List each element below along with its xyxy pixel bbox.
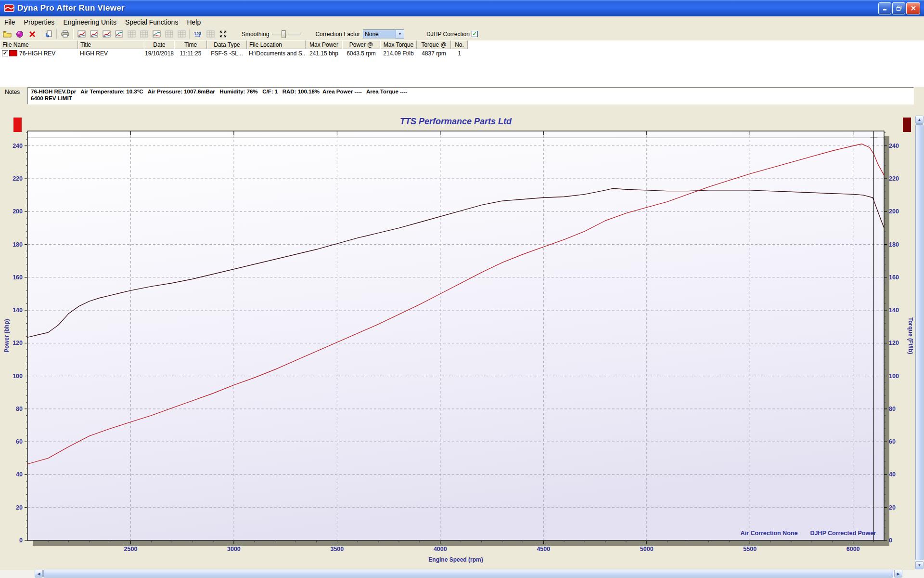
svg-text:160: 160 bbox=[13, 274, 23, 281]
svg-text:123: 123 bbox=[194, 31, 201, 36]
data-grid-1-button bbox=[126, 28, 137, 39]
grid-icon bbox=[178, 30, 186, 38]
toolbar-separator bbox=[73, 29, 74, 39]
djhp-correction-label: DJHP Correction bbox=[426, 31, 470, 38]
svg-text:120: 120 bbox=[13, 340, 23, 346]
table-cell-no[interactable]: 1 bbox=[451, 49, 468, 57]
horizontal-scrollbar[interactable]: ◀ ▶ bbox=[0, 570, 924, 578]
column-header-file_name[interactable]: File Name bbox=[0, 40, 78, 49]
print-button[interactable] bbox=[59, 28, 71, 39]
air-correction-annotation: Air Correction None bbox=[741, 530, 798, 537]
cell-no: 1 bbox=[458, 50, 461, 57]
table-row[interactable]: ✓76-HIGH REVHIGH REV19/10/201811:11:25FS… bbox=[0, 49, 468, 57]
notes-box[interactable]: 76-HIGH REV.Dpr Air Temperature: 10.3°C … bbox=[27, 87, 914, 105]
svg-text:2500: 2500 bbox=[124, 546, 138, 552]
numeric-display-button[interactable]: 123 bbox=[192, 28, 204, 39]
vertical-scrollbar[interactable]: ▲ ▼ bbox=[915, 116, 924, 570]
close-button[interactable] bbox=[906, 2, 920, 14]
menu-item-file[interactable]: File bbox=[0, 17, 20, 27]
table-cell-date[interactable]: 19/10/2018 bbox=[144, 49, 174, 57]
smoothing-slider[interactable] bbox=[272, 30, 302, 39]
scroll-right-button[interactable]: ▶ bbox=[894, 570, 902, 578]
grid-icon bbox=[206, 30, 215, 38]
svg-text:180: 180 bbox=[889, 241, 899, 248]
chart-blue-icon bbox=[153, 30, 161, 38]
delete-button[interactable] bbox=[26, 28, 38, 39]
graph-view-button[interactable] bbox=[113, 28, 125, 39]
menu-item-engineering-units[interactable]: Engineering Units bbox=[59, 17, 121, 27]
run-color-swatch bbox=[9, 50, 17, 56]
table-cell-power_at[interactable]: 6043.5 rpm bbox=[342, 49, 380, 57]
chart-red-icon bbox=[103, 30, 111, 38]
minimize-button[interactable] bbox=[878, 2, 891, 14]
svg-text:60: 60 bbox=[16, 438, 23, 445]
menu-item-help[interactable]: Help bbox=[182, 17, 205, 27]
table-cell-max_power[interactable]: 241.15 bhp bbox=[306, 49, 342, 57]
title-bar[interactable]: Dyna Pro After Run Viewer bbox=[0, 0, 924, 16]
column-header-torque_at[interactable]: Torque @ bbox=[417, 40, 451, 49]
cell-max_torque: 214.09 Ft/lb bbox=[383, 50, 413, 57]
notes-label: Notes bbox=[5, 89, 20, 95]
graph-power-button[interactable] bbox=[76, 28, 87, 39]
vertical-scroll-thumb[interactable] bbox=[915, 124, 924, 560]
table-cell-torque_at[interactable]: 4837 rpm bbox=[417, 49, 451, 57]
svg-text:6000: 6000 bbox=[847, 546, 860, 552]
column-header-power_at[interactable]: Power @ bbox=[342, 40, 380, 49]
scroll-up-button[interactable]: ▲ bbox=[915, 116, 924, 124]
smoothing-slider-thumb[interactable] bbox=[282, 30, 286, 38]
cell-date: 19/10/2018 bbox=[145, 50, 174, 57]
svg-text:220: 220 bbox=[889, 175, 899, 182]
graph-power-torque-button[interactable] bbox=[101, 28, 112, 39]
correction-factor-value: None bbox=[363, 30, 396, 38]
table-cell-file_location[interactable]: H:\Documents and S... bbox=[247, 49, 306, 57]
grid-icon bbox=[165, 30, 173, 38]
table-cell-file_name[interactable]: ✓76-HIGH REV bbox=[0, 49, 78, 57]
dyno-chart[interactable]: 0020204040606080801001001201201401401601… bbox=[0, 116, 915, 570]
column-header-date[interactable]: Date bbox=[144, 40, 174, 49]
chart-red-icon bbox=[90, 30, 98, 38]
table-cell-title[interactable]: HIGH REV bbox=[78, 49, 144, 57]
graph-overlay-button[interactable] bbox=[151, 28, 162, 39]
correction-factor-select[interactable]: None ▼ bbox=[363, 29, 404, 39]
svg-text:120: 120 bbox=[889, 340, 899, 346]
toolbar-separator bbox=[56, 29, 57, 39]
chart-annotations: Air Correction NoneDJHP Corrected Power bbox=[741, 530, 876, 537]
menu-item-special-functions[interactable]: Special Functions bbox=[121, 17, 183, 27]
scroll-left-button[interactable]: ◀ bbox=[35, 570, 43, 578]
table-cell-time[interactable]: 11:11:25 bbox=[174, 49, 207, 57]
toolbar-separator bbox=[189, 29, 190, 39]
svg-text:40: 40 bbox=[889, 471, 896, 478]
svg-text:3500: 3500 bbox=[330, 546, 344, 552]
column-header-time[interactable]: Time bbox=[174, 40, 207, 49]
table-cell-max_torque[interactable]: 214.09 Ft/lb bbox=[380, 49, 417, 57]
table-cell-data_type[interactable]: FSF-S -SL... bbox=[207, 49, 247, 57]
run-visible-checkbox[interactable]: ✓ bbox=[2, 50, 8, 56]
djhp-power-annotation: DJHP Corrected Power bbox=[810, 530, 876, 537]
table-header: File NameTitleDateTimeData TypeFile Loca… bbox=[0, 40, 468, 49]
chevron-down-icon[interactable]: ▼ bbox=[396, 30, 404, 39]
column-header-data_type[interactable]: Data Type bbox=[207, 40, 247, 49]
printer-icon bbox=[61, 30, 69, 38]
graph-torque-button[interactable] bbox=[88, 28, 100, 39]
restore-button[interactable] bbox=[892, 2, 905, 14]
column-header-max_power[interactable]: Max Power bbox=[306, 40, 342, 49]
open-file-button[interactable] bbox=[1, 28, 13, 39]
djhp-correction-checkbox[interactable]: ✓ bbox=[472, 31, 478, 37]
horizontal-scroll-thumb[interactable] bbox=[43, 570, 893, 578]
menu-item-properties[interactable]: Properties bbox=[20, 17, 59, 27]
data-grid-2-button bbox=[138, 28, 150, 39]
cell-data_type: FSF-S -SL... bbox=[211, 50, 243, 57]
chart-red-icon bbox=[77, 30, 86, 38]
column-header-no[interactable]: No. bbox=[451, 40, 468, 49]
column-header-file_location[interactable]: File Location bbox=[247, 40, 306, 49]
zoom-extents-button[interactable] bbox=[217, 28, 229, 39]
correction-factor-label: Correction Factor bbox=[315, 31, 360, 38]
scroll-down-button[interactable]: ▼ bbox=[915, 561, 924, 569]
svg-text:20: 20 bbox=[16, 504, 23, 511]
column-header-max_torque[interactable]: Max Torque bbox=[380, 40, 417, 49]
cell-torque_at: 4837 rpm bbox=[422, 50, 446, 57]
smoothing-label: Smoothing bbox=[242, 31, 269, 38]
info-button[interactable] bbox=[14, 28, 26, 39]
column-header-title[interactable]: Title bbox=[78, 40, 144, 49]
import-run-button[interactable] bbox=[43, 28, 54, 39]
